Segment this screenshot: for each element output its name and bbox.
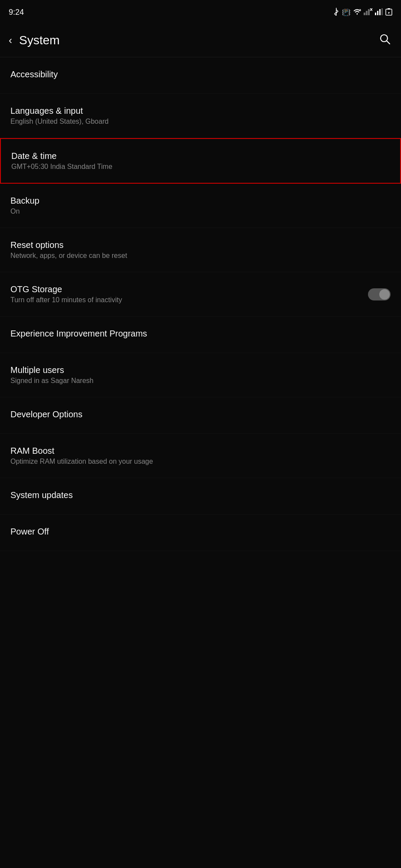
svg-rect-1 — [364, 13, 365, 15]
settings-item-backup[interactable]: Backup On — [0, 184, 401, 228]
page-title: System — [19, 33, 60, 47]
svg-rect-9 — [381, 8, 383, 15]
settings-item-developer[interactable]: Developer Options — [0, 397, 401, 434]
datetime-title: Date & time — [11, 151, 390, 161]
svg-rect-11 — [388, 8, 390, 10]
datetime-subtitle: GMT+05:30 India Standard Time — [11, 163, 390, 171]
settings-item-ramboost[interactable]: RAM Boost Optimize RAM utilization based… — [0, 434, 401, 478]
otg-subtitle: Turn off after 10 minutes of inactivity — [10, 296, 368, 304]
svg-rect-3 — [368, 9, 370, 15]
header: ‹ System — [0, 24, 401, 57]
signal-icon — [375, 8, 383, 17]
svg-line-13 — [387, 41, 390, 44]
developer-title: Developer Options — [10, 409, 391, 419]
otg-toggle[interactable] — [368, 288, 391, 300]
svg-rect-2 — [366, 11, 368, 15]
otg-toggle-knob — [379, 289, 390, 300]
settings-item-systemupdates[interactable]: System updates — [0, 478, 401, 515]
otg-title: OTG Storage — [10, 284, 368, 294]
status-time: 9:24 — [9, 8, 24, 17]
battery-icon — [385, 8, 392, 17]
back-button[interactable]: ‹ — [9, 34, 12, 46]
multiuser-title: Multiple users — [10, 365, 391, 375]
svg-rect-6 — [375, 13, 376, 15]
settings-item-languages[interactable]: Languages & input English (United States… — [0, 94, 401, 138]
settings-item-multiuser[interactable]: Multiple users Signed in as Sagar Naresh — [0, 353, 401, 397]
languages-subtitle: English (United States), Gboard — [10, 118, 391, 125]
experience-title: Experience Improvement Programs — [10, 329, 391, 339]
ramboost-title: RAM Boost — [10, 446, 391, 456]
search-button[interactable] — [378, 32, 392, 49]
systemupdates-title: System updates — [10, 490, 391, 500]
ramboost-subtitle: Optimize RAM utilization based on your u… — [10, 458, 391, 465]
signal-x-icon — [364, 8, 372, 17]
backup-title: Backup — [10, 196, 391, 206]
settings-item-accessibility[interactable]: Accessibility — [0, 57, 401, 94]
settings-item-poweroff[interactable]: Power Off — [0, 515, 401, 551]
poweroff-title: Power Off — [10, 527, 391, 537]
multiuser-subtitle: Signed in as Sagar Naresh — [10, 377, 391, 385]
status-bar: 9:24 📳 — [0, 0, 401, 24]
accessibility-title: Accessibility — [10, 69, 391, 79]
wifi-icon — [353, 9, 361, 16]
bluetooth-icon — [333, 8, 339, 17]
header-left: ‹ System — [9, 33, 60, 47]
settings-item-experience[interactable]: Experience Improvement Programs — [0, 317, 401, 353]
settings-item-datetime[interactable]: Date & time GMT+05:30 India Standard Tim… — [0, 138, 401, 184]
settings-list: Accessibility Languages & input English … — [0, 57, 401, 551]
backup-subtitle: On — [10, 208, 391, 215]
status-icons: 📳 — [333, 8, 392, 17]
vibrate-icon: 📳 — [342, 8, 351, 17]
reset-title: Reset options — [10, 240, 391, 250]
languages-title: Languages & input — [10, 106, 391, 116]
settings-item-reset[interactable]: Reset options Network, apps, or device c… — [0, 228, 401, 272]
svg-rect-8 — [379, 9, 381, 15]
svg-rect-7 — [377, 11, 378, 15]
settings-item-otg[interactable]: OTG Storage Turn off after 10 minutes of… — [0, 272, 401, 317]
reset-subtitle: Network, apps, or device can be reset — [10, 252, 391, 260]
